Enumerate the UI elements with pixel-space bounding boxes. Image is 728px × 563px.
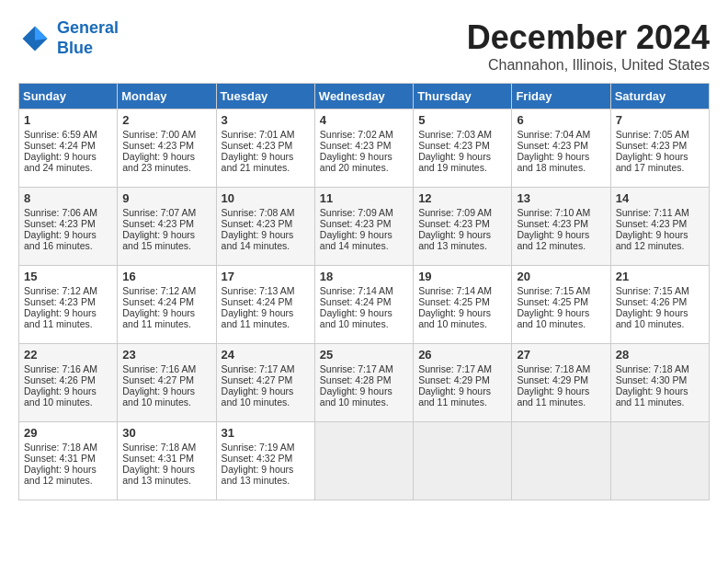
- calendar-cell: 21Sunrise: 7:15 AMSunset: 4:26 PMDayligh…: [610, 266, 709, 344]
- calendar-cell: 23Sunrise: 7:16 AMSunset: 4:27 PMDayligh…: [118, 344, 216, 422]
- calendar-cell: 6Sunrise: 7:04 AMSunset: 4:23 PMDaylight…: [512, 109, 610, 188]
- logo-text: General Blue: [57, 18, 119, 58]
- page-header: General Blue December 2024 Channahon, Il…: [18, 18, 710, 74]
- calendar-cell: [610, 422, 709, 500]
- calendar-cell: 3Sunrise: 7:01 AMSunset: 4:23 PMDaylight…: [216, 109, 314, 188]
- col-tuesday: Tuesday: [216, 84, 314, 109]
- calendar-cell: 27Sunrise: 7:18 AMSunset: 4:29 PMDayligh…: [512, 344, 610, 422]
- calendar-cell: 25Sunrise: 7:17 AMSunset: 4:28 PMDayligh…: [314, 344, 413, 422]
- calendar-header-row: Sunday Monday Tuesday Wednesday Thursday…: [19, 84, 710, 109]
- week-row-2: 8Sunrise: 7:06 AMSunset: 4:23 PMDaylight…: [19, 188, 710, 266]
- calendar-cell: 11Sunrise: 7:09 AMSunset: 4:23 PMDayligh…: [314, 188, 413, 266]
- col-wednesday: Wednesday: [314, 84, 413, 109]
- calendar-cell: 9Sunrise: 7:07 AMSunset: 4:23 PMDaylight…: [118, 188, 216, 266]
- calendar-cell: 4Sunrise: 7:02 AMSunset: 4:23 PMDaylight…: [314, 109, 413, 188]
- calendar-cell: 1Sunrise: 6:59 AMSunset: 4:24 PMDaylight…: [19, 109, 118, 188]
- week-row-3: 15Sunrise: 7:12 AMSunset: 4:23 PMDayligh…: [19, 266, 710, 344]
- calendar-cell: 8Sunrise: 7:06 AMSunset: 4:23 PMDaylight…: [19, 188, 118, 266]
- page-subtitle: Channahon, Illinois, United States: [467, 57, 710, 74]
- calendar-cell: 28Sunrise: 7:18 AMSunset: 4:30 PMDayligh…: [610, 344, 709, 422]
- calendar-cell: 13Sunrise: 7:10 AMSunset: 4:23 PMDayligh…: [512, 188, 610, 266]
- calendar-cell: [314, 422, 413, 500]
- week-row-1: 1Sunrise: 6:59 AMSunset: 4:24 PMDaylight…: [19, 109, 710, 188]
- col-friday: Friday: [512, 84, 610, 109]
- calendar-cell: 14Sunrise: 7:11 AMSunset: 4:23 PMDayligh…: [610, 188, 709, 266]
- calendar-cell: 2Sunrise: 7:00 AMSunset: 4:23 PMDaylight…: [118, 109, 216, 188]
- calendar-cell: 19Sunrise: 7:14 AMSunset: 4:25 PMDayligh…: [414, 266, 512, 344]
- calendar-cell: 22Sunrise: 7:16 AMSunset: 4:26 PMDayligh…: [19, 344, 118, 422]
- col-sunday: Sunday: [19, 84, 118, 109]
- col-monday: Monday: [118, 84, 216, 109]
- calendar-cell: [414, 422, 512, 500]
- calendar-cell: 10Sunrise: 7:08 AMSunset: 4:23 PMDayligh…: [216, 188, 314, 266]
- calendar-cell: 26Sunrise: 7:17 AMSunset: 4:29 PMDayligh…: [414, 344, 512, 422]
- calendar-cell: 24Sunrise: 7:17 AMSunset: 4:27 PMDayligh…: [216, 344, 314, 422]
- calendar-cell: 18Sunrise: 7:14 AMSunset: 4:24 PMDayligh…: [314, 266, 413, 344]
- calendar-cell: 29Sunrise: 7:18 AMSunset: 4:31 PMDayligh…: [19, 422, 118, 500]
- logo-line1: General: [57, 18, 119, 37]
- svg-marker-1: [35, 26, 48, 40]
- week-row-4: 22Sunrise: 7:16 AMSunset: 4:26 PMDayligh…: [19, 344, 710, 422]
- logo: General Blue: [18, 18, 119, 58]
- col-thursday: Thursday: [414, 84, 512, 109]
- calendar-cell: 31Sunrise: 7:19 AMSunset: 4:32 PMDayligh…: [216, 422, 314, 500]
- calendar-cell: 15Sunrise: 7:12 AMSunset: 4:23 PMDayligh…: [19, 266, 118, 344]
- week-row-5: 29Sunrise: 7:18 AMSunset: 4:31 PMDayligh…: [19, 422, 710, 500]
- logo-icon: [18, 22, 51, 55]
- calendar-cell: 30Sunrise: 7:18 AMSunset: 4:31 PMDayligh…: [118, 422, 216, 500]
- calendar-cell: 20Sunrise: 7:15 AMSunset: 4:25 PMDayligh…: [512, 266, 610, 344]
- calendar-cell: [512, 422, 610, 500]
- title-block: December 2024 Channahon, Illinois, Unite…: [467, 18, 710, 74]
- calendar-cell: 16Sunrise: 7:12 AMSunset: 4:24 PMDayligh…: [118, 266, 216, 344]
- logo-line2: Blue: [57, 39, 93, 57]
- calendar-cell: 12Sunrise: 7:09 AMSunset: 4:23 PMDayligh…: [414, 188, 512, 266]
- calendar-cell: 17Sunrise: 7:13 AMSunset: 4:24 PMDayligh…: [216, 266, 314, 344]
- page-title: December 2024: [467, 18, 710, 57]
- calendar-table: Sunday Monday Tuesday Wednesday Thursday…: [18, 83, 710, 500]
- calendar-cell: 5Sunrise: 7:03 AMSunset: 4:23 PMDaylight…: [414, 109, 512, 188]
- col-saturday: Saturday: [610, 84, 709, 109]
- calendar-cell: 7Sunrise: 7:05 AMSunset: 4:23 PMDaylight…: [610, 109, 709, 188]
